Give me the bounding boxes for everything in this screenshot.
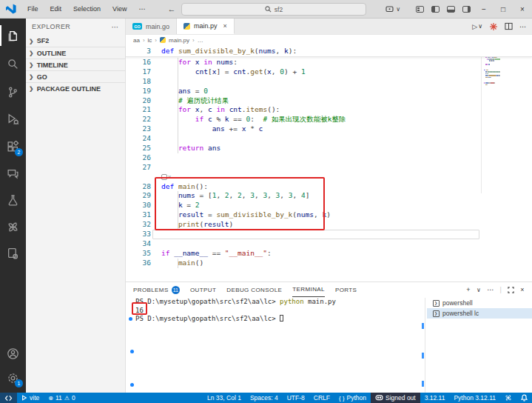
terminal-tab-powershell-lc[interactable]: powershell lc <box>427 308 532 319</box>
menu-item-file[interactable]: File <box>23 3 43 15</box>
status-item-python[interactable]: { }Python <box>334 393 371 403</box>
menu-item-view[interactable]: View <box>108 3 131 15</box>
terminal[interactable]: PS D:\mysetup\gopath\src\sf2\aa\lc> pyth… <box>126 298 422 393</box>
menu-item-selection[interactable]: Selection <box>69 3 105 15</box>
status-item-python-3-12-11[interactable]: Python 3.12.11 <box>449 393 500 403</box>
panel-tab-debug-console[interactable]: DEBUG CONSOLE <box>226 282 282 297</box>
copilot-titlebar-icon[interactable]: ∨ <box>385 6 400 13</box>
extension-star-icon[interactable] <box>489 22 498 31</box>
line-number[interactable]: 21 <box>126 105 161 115</box>
line-number[interactable]: 27 <box>126 163 161 173</box>
line-number[interactable]: 26 <box>126 153 161 163</box>
sticky-scroll-line[interactable]: 3def sum_divisible_by_k(nums, k): <box>126 45 532 57</box>
code-line[interactable]: 27 <box>126 163 532 173</box>
status-item-utf-8[interactable]: UTF-8 <box>283 393 309 403</box>
line-number[interactable]: 35 <box>126 249 161 259</box>
code-line[interactable]: 25 return ans <box>126 144 532 153</box>
status-item-ln-33-col-1[interactable]: Ln 33, Col 1 <box>203 393 246 403</box>
code-line[interactable]: 20 # 遍历统计结果 <box>126 96 532 106</box>
code-line[interactable]: 24 <box>126 134 532 144</box>
panel-tab-ports[interactable]: PORTS <box>335 282 357 297</box>
status-item-bell[interactable] <box>516 393 532 403</box>
command-decoration-dot[interactable] <box>130 350 134 353</box>
minimize-button[interactable]: − <box>474 0 494 19</box>
sidebar-section-outline[interactable]: ❯OUTLINE <box>26 47 125 59</box>
command-decoration-dot[interactable] <box>129 317 132 321</box>
source-control-icon[interactable] <box>0 79 26 104</box>
maximize-button[interactable]: □ <box>494 0 513 19</box>
search-sidebar-icon[interactable] <box>0 51 26 76</box>
menu-more-icon[interactable]: ⋯ <box>134 3 149 15</box>
code-line[interactable]: 21 for x, c in cnt.items(): <box>126 105 532 115</box>
new-terminal-icon[interactable]: + <box>466 286 471 293</box>
code-line[interactable]: 34 <box>126 239 532 249</box>
breadcrumb-item[interactable]: main.py <box>169 37 189 44</box>
tab-main.go[interactable]: GOmain.go <box>126 19 177 34</box>
panel-tab-problems[interactable]: PROBLEMS11 <box>133 282 180 297</box>
breadcrumb-item[interactable]: aa <box>133 37 140 44</box>
line-number[interactable]: 25 <box>126 144 161 153</box>
sidebar-section-timeline[interactable]: ❯TIMELINE <box>26 59 125 70</box>
code-line[interactable]: 23 ans += x * c <box>126 124 532 134</box>
chat-icon[interactable] <box>0 161 26 186</box>
code-line[interactable]: 36 main() <box>126 259 532 268</box>
pinwheel-extension-icon[interactable] <box>0 214 26 239</box>
status-item-vite[interactable]: vite <box>17 393 44 403</box>
split-editor-icon[interactable] <box>505 22 513 30</box>
breadcrumb-item[interactable]: lc <box>148 37 152 44</box>
close-tab-icon[interactable]: × <box>223 22 227 30</box>
line-number[interactable]: 34 <box>126 239 161 249</box>
run-python-button[interactable]: ▷∨ <box>472 23 482 30</box>
code-line[interactable]: 22 if c % k == 0: # 如果出现次数能被k整除 <box>126 115 532 124</box>
line-number[interactable]: 18 <box>126 77 161 87</box>
status-item-pinwheel[interactable] <box>500 393 516 403</box>
toggle-secondary-sidebar-icon[interactable] <box>462 6 471 13</box>
line-number[interactable]: 17 <box>126 67 161 77</box>
breadcrumb-item[interactable]: … <box>198 37 203 44</box>
code-area[interactable]: 3def sum_divisible_by_k(nums, k): 16 for… <box>126 45 532 282</box>
status-item-3-12-11[interactable]: 3.12.11 <box>420 393 450 403</box>
panel-tab-output[interactable]: OUTPUT <box>190 282 216 297</box>
code-line[interactable]: 35if __name__ == "__main__": <box>126 249 532 259</box>
menu-item-edit[interactable]: Edit <box>46 3 67 15</box>
tab-main.py[interactable]: main.py× <box>177 19 235 34</box>
minimap[interactable] <box>481 45 502 193</box>
code-line[interactable]: 17 cnt[x] = cnt.get(x, 0) + 1 <box>126 67 532 77</box>
status-item-remote[interactable] <box>0 393 17 403</box>
status-item-spaces-4[interactable]: Spaces: 4 <box>246 393 283 403</box>
customize-layout-icon[interactable] <box>416 6 424 13</box>
line-number[interactable]: 24 <box>126 134 161 144</box>
line-number[interactable]: 22 <box>126 115 161 124</box>
line-number[interactable]: 36 <box>126 259 161 268</box>
status-item-crlf[interactable]: CRLF <box>309 393 334 403</box>
line-number[interactable]: 16 <box>126 58 161 67</box>
status-item-signed-out[interactable]: Signed out <box>371 393 420 403</box>
terminal-profile-chevron-icon[interactable]: ∨ <box>477 287 481 293</box>
sidebar-section-package-outline[interactable]: ❯PACKAGE OUTLINE <box>26 82 125 94</box>
testing-icon[interactable] <box>0 187 26 213</box>
line-number[interactable]: 20 <box>126 96 161 106</box>
sidebar-section-sf2[interactable]: ❯SF2 <box>26 35 125 47</box>
code-line[interactable]: 26 <box>126 153 532 163</box>
sidebar-section-go[interactable]: ❯GO <box>26 70 125 82</box>
close-panel-icon[interactable]: × <box>520 286 525 293</box>
code-line[interactable]: 19 ans = 0 <box>126 87 532 96</box>
breadcrumb[interactable]: aa›lc›main.py›… <box>126 35 532 45</box>
editor-more-actions-icon[interactable]: ⋯ <box>519 23 526 30</box>
toggle-panel-icon[interactable] <box>447 6 455 13</box>
toggle-primary-sidebar-icon[interactable] <box>431 6 440 13</box>
line-number[interactable]: 23 <box>126 124 161 134</box>
nav-back-icon[interactable]: ← <box>167 4 175 13</box>
command-decoration-dot[interactable] <box>130 383 134 387</box>
terminal-tab-powershell[interactable]: powershell <box>427 298 532 308</box>
panel-more-actions-icon[interactable]: ⋯ <box>487 286 494 293</box>
code-line[interactable]: 16 for x in nums: <box>126 58 532 67</box>
maximize-panel-icon[interactable] <box>508 287 514 293</box>
sidebar-more-actions-icon[interactable]: ⋯ <box>112 23 119 31</box>
settings-gear-icon[interactable]: 1 <box>0 365 26 390</box>
panel-tab-terminal[interactable]: TERMINAL <box>292 282 325 297</box>
run-debug-icon[interactable] <box>0 106 26 131</box>
explorer-icon[interactable] <box>0 23 26 48</box>
account-icon[interactable] <box>0 341 26 366</box>
close-button[interactable]: × <box>513 0 532 19</box>
